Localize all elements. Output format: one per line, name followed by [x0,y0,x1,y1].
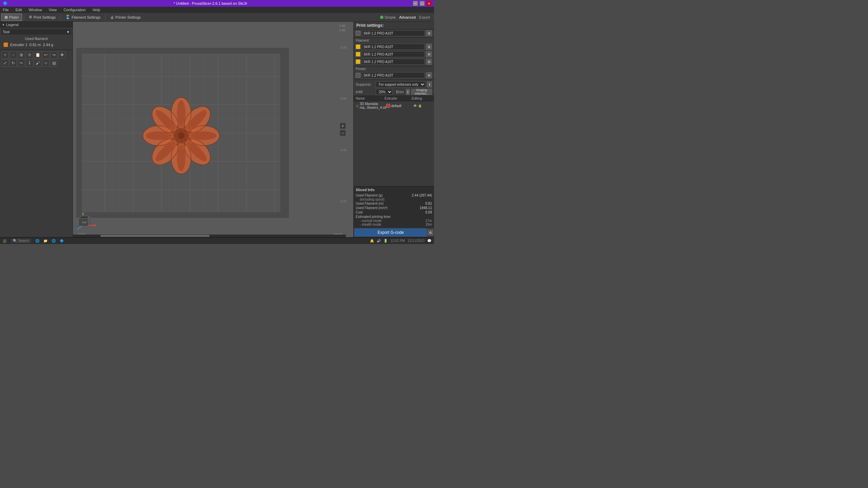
menu-configuration[interactable]: Configuration [62,8,87,12]
filament3-input[interactable] [362,59,425,65]
menu-view[interactable]: View [47,8,58,12]
svg-point-14 [177,100,185,126]
seam-tool-icon[interactable]: ⊹ [42,59,50,67]
export-settings-btn[interactable]: ⚙ [428,229,433,236]
minimize-button[interactable]: ─ [413,1,418,6]
filament2-input[interactable] [362,51,425,57]
filament1-input[interactable] [362,44,425,50]
start-menu-icon[interactable]: ⊞ [3,238,7,244]
arrange-icon[interactable]: ⊞ [18,51,25,59]
used-filament-m-label: Used Filament (m) [356,202,383,205]
layers-icon[interactable]: ▤ [50,59,58,67]
printer-row: ⚙ [354,72,434,79]
3d-viewport[interactable]: TOP 1.00 -1.00 -0.30 -0.60 -0.40 -0.20 -… [73,22,353,237]
viewport-scrollbar[interactable] [73,235,346,237]
svg-point-16 [191,131,217,140]
object-list-header: Name Extruder Editing [354,96,434,101]
scale-tool-icon[interactable]: ⤢ [1,59,9,67]
close-button[interactable]: ✕ [427,1,431,6]
main-layout: ▼ Legend Tool ▼ Used filament Extruder 1… [0,22,434,237]
extruder-color-swatch [3,42,8,47]
notification-icon: 💬 [427,239,431,243]
supports-label: Supports: [356,82,374,86]
supports-info-btn[interactable]: ℹ [427,81,432,87]
brim-info-btn[interactable]: ℹ [406,89,410,95]
printer-edit-btn[interactable]: ⚙ [426,72,432,78]
extruder-name: Extruder 1 [10,43,27,47]
filament-settings-tab[interactable]: 🧵 Filament Settings [62,14,103,21]
printer-section-header: Printer: [354,66,434,72]
filament3-edit-btn[interactable]: ⚙ [426,59,432,65]
zoom-out-button[interactable]: − [340,130,346,136]
search-icon: 🔍 [13,239,17,243]
stealth-mode-value: 19m [426,223,432,226]
supports-select[interactable]: For support enforcers only [376,81,426,87]
paste-icon[interactable]: 📋 [34,51,41,59]
undo-icon[interactable]: ↩ [42,51,50,59]
menu-window[interactable]: Window [27,8,43,12]
search-label: Search [18,239,29,243]
taskbar-icon-4[interactable]: 🔷 [60,239,64,243]
tool-header: Tool ▼ [1,29,71,35]
menubar: File Edit Window View Configuration Help [0,7,434,13]
remove-object-icon[interactable]: − [9,51,17,59]
used-filament-heading: Used filament [1,36,71,41]
normal-mode-value: 17m [426,219,432,223]
scrollbar-thumb[interactable] [100,235,210,237]
tool-dropdown-icon[interactable]: ▼ [66,30,70,34]
support-tool-icon[interactable]: ↧ [26,59,33,67]
menu-file[interactable]: File [1,8,10,12]
object-extruder-label: default [391,104,401,108]
filament1-color [356,44,360,49]
rotate-tool-icon[interactable]: ↻ [9,59,17,67]
volume-icon: 🔊 [377,239,381,243]
print-settings-tab[interactable]: ⚙ Print Settings [26,14,59,21]
filament1-row: ⚙ [354,43,434,50]
plater-tab[interactable]: ▦ Plater [1,14,22,21]
purging-volumes-btn[interactable]: Purging volumes... [411,89,432,95]
filament2-edit-btn[interactable]: ⚙ [426,51,432,57]
svg-marker-40 [88,216,92,226]
menu-edit[interactable]: Edit [14,8,23,12]
expert-mode-btn[interactable]: Expert [419,15,430,19]
object-visibility-icon[interactable]: 👁 [413,104,417,108]
filament1-edit-btn[interactable]: ⚙ [426,44,432,50]
print-settings-edit-btn[interactable]: ⚙ [426,30,432,36]
filament-settings-icon: 🧵 [65,15,70,19]
simple-mode-btn[interactable]: Simple [384,15,396,19]
redo-icon[interactable]: ↪ [50,51,58,59]
add-object-icon[interactable]: + [1,51,9,59]
taskbar-icon-2[interactable]: 📁 [43,239,47,243]
legend-header[interactable]: ▼ Legend [0,22,73,28]
object-lock-icon[interactable]: 🔒 [418,104,422,107]
copy-icon[interactable]: ⎘ [26,51,33,59]
print-settings-input[interactable] [362,30,425,36]
tool-icons-bar: + − ⊞ ⎘ 📋 ↩ ↪ ✥ ⤢ ↻ ✂ ↧ 🖌 ⊹ ▤ [0,49,73,68]
print-bed-grid [76,39,289,227]
object-list-item[interactable]: ⚠ 3D Mandala ma...flowers_4.stl default … [354,101,434,110]
printer-input[interactable] [362,72,425,78]
cut-tool-icon[interactable]: ✂ [18,59,25,67]
network-icon: 🔔 [370,239,374,243]
infill-select[interactable]: 20% [376,89,393,95]
move-tool-icon[interactable]: ✥ [58,51,66,59]
printer-settings-label: Printer Settings [115,15,141,19]
system-tray: 🔔 🔊 🔋 12:02 PM 12/11/2023 💬 [370,239,431,243]
battery-icon: 🔋 [383,239,388,243]
printer-settings-tab[interactable]: 🖨 Printer Settings [107,14,144,21]
taskbar-icon-1[interactable]: 🌐 [35,239,39,243]
export-gcode-button[interactable]: Export G-code [354,228,427,237]
zoom-in-button[interactable]: + [340,123,346,129]
infill-brim-row: Infill: 20% Brim ℹ Purging volumes... [354,88,434,96]
paint-tool-icon[interactable]: 🖌 [34,59,41,67]
maximize-button[interactable]: □ [420,1,425,6]
advanced-mode-btn[interactable]: Advanced [399,15,416,19]
object-extruder-color-swatch [386,104,390,108]
used-filament-m-value: 0.81 [426,202,432,205]
taskbar-icon-3[interactable]: 🌐 [52,239,56,243]
menu-help[interactable]: Help [91,8,102,12]
used-filament-mm3-row: Used Filament (mm³) 1948.11 [356,206,432,210]
cost-label: Cost [356,210,363,214]
view-cube[interactable]: TOP [75,212,93,230]
search-bar[interactable]: 🔍 Search [11,239,31,243]
